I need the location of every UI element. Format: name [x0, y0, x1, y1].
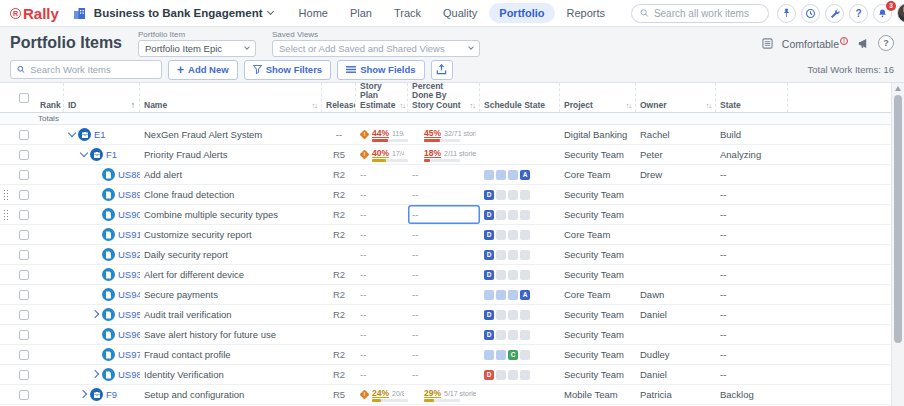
id-link[interactable]: US93 [118, 269, 140, 280]
bell-icon[interactable]: 3 [873, 4, 892, 23]
percent-done-plan-cell[interactable]: -- [356, 265, 408, 284]
avatar[interactable] [897, 3, 904, 23]
expander-icon[interactable] [80, 150, 89, 159]
project-cell[interactable]: Security Team [560, 265, 636, 284]
release-cell[interactable]: R5 [322, 145, 356, 164]
table-row-us93[interactable]: US93 Alert for different device R2 -- --… [0, 265, 904, 285]
percent-done-count-cell[interactable]: -- [408, 365, 480, 384]
column-header-schedule-state[interactable]: Schedule State [480, 83, 560, 112]
column-header-state[interactable]: State [716, 83, 788, 112]
schedule-state-cell[interactable]: D [480, 205, 560, 224]
percent-done-count-cell[interactable]: ! 45%32/71 stories c [408, 125, 480, 144]
project-cell[interactable]: Mobile Team [560, 385, 636, 404]
percent-done-count-cell[interactable]: -- [408, 165, 480, 184]
column-header-percent-done-by-story-count[interactable]: Percent Done By Story Count↑↓ [408, 83, 480, 112]
table-row-us92[interactable]: US92 Daily security report -- -- D Secur… [0, 245, 904, 265]
state-cell[interactable]: -- [716, 245, 788, 264]
table-row-us97[interactable]: US97 Fraud contact profile R2 -- -- C Se… [0, 345, 904, 365]
percent-done-plan-cell[interactable]: -- [356, 345, 408, 364]
release-cell[interactable]: R2 [322, 265, 356, 284]
percent-done-plan-cell[interactable]: -- [356, 205, 408, 224]
row-checkbox[interactable] [19, 270, 29, 280]
show-filters-button[interactable]: Show Filters [244, 60, 331, 80]
sort-icon[interactable]: ↑↓ [624, 102, 632, 110]
release-cell[interactable]: R2 [322, 205, 356, 224]
sort-icon[interactable]: ↑↓ [310, 102, 318, 110]
row-checkbox[interactable] [19, 290, 29, 300]
table-row-us91[interactable]: US91 Customize security report R2 -- -- … [0, 225, 904, 245]
percent-done-count-cell[interactable]: -- [408, 245, 480, 264]
state-cell[interactable]: -- [716, 305, 788, 324]
owner-cell[interactable]: Daniel [636, 365, 716, 384]
nav-tab-track[interactable]: Track [384, 3, 431, 23]
schedule-state-cell[interactable]: C [480, 345, 560, 364]
id-link[interactable]: US90 [118, 209, 140, 220]
percent-done-count-cell[interactable]: -- [408, 185, 480, 204]
project-cell[interactable]: Digital Banking [560, 125, 636, 144]
work-items-search-input[interactable] [30, 64, 155, 75]
id-link[interactable]: US92 [118, 249, 140, 260]
table-row-us89[interactable]: US89 Clone fraud detection R2 -- -- D Se… [0, 185, 904, 205]
percent-done-count-cell[interactable]: -- [408, 305, 480, 324]
id-link[interactable]: US94 [118, 289, 140, 300]
owner-cell[interactable] [636, 205, 716, 224]
schedule-state-cell[interactable]: D [480, 325, 560, 344]
percent-done-plan-cell[interactable]: -- [356, 285, 408, 304]
nav-tab-home[interactable]: Home [289, 3, 338, 23]
id-link[interactable]: US98 [118, 369, 140, 380]
row-checkbox[interactable] [19, 230, 29, 240]
help-icon[interactable]: ? [849, 4, 868, 23]
global-search-input[interactable] [654, 8, 760, 19]
state-cell[interactable]: -- [716, 325, 788, 344]
state-cell[interactable]: Analyzing [716, 145, 788, 164]
release-cell[interactable]: R2 [322, 365, 356, 384]
row-checkbox[interactable] [19, 330, 29, 340]
sort-icon[interactable]: ↑↓ [704, 102, 712, 110]
megaphone-icon[interactable] [857, 38, 869, 49]
project-cell[interactable]: Security Team [560, 145, 636, 164]
expander-icon[interactable] [92, 190, 101, 199]
percent-done-plan-cell[interactable]: -- [356, 365, 408, 384]
schedule-state-cell[interactable]: D [480, 245, 560, 264]
row-checkbox[interactable] [19, 310, 29, 320]
percent-done-plan-cell[interactable]: ! 24%20/82 p [356, 385, 408, 404]
nav-tab-portfolio[interactable]: Portfolio [489, 3, 554, 23]
table-row-us98[interactable]: US98 Identity Verification R2 -- -- D Se… [0, 365, 904, 385]
percent-done-plan-cell[interactable]: -- [356, 305, 408, 324]
history-icon[interactable] [801, 4, 820, 23]
percent-done-count-cell[interactable]: ! 18%2/11 stories co [408, 145, 480, 164]
percent-done-plan-cell[interactable]: -- [356, 185, 408, 204]
release-cell[interactable]: R5 [322, 385, 356, 404]
project-cell[interactable]: Core Team [560, 225, 636, 244]
project-cell[interactable]: Security Team [560, 365, 636, 384]
expander-icon[interactable] [80, 390, 89, 399]
release-cell[interactable] [322, 325, 356, 344]
project-cell[interactable]: Core Team [560, 285, 636, 304]
nav-tab-reports[interactable]: Reports [557, 3, 616, 23]
row-checkbox[interactable] [19, 210, 29, 220]
release-cell[interactable]: -- [322, 125, 356, 144]
release-cell[interactable] [322, 245, 356, 264]
column-header-release[interactable]: Release [322, 83, 356, 112]
project-cell[interactable]: Security Team [560, 305, 636, 324]
id-link[interactable]: US95 [118, 309, 140, 320]
column-header-percent-done-by-story-plan-estimate[interactable]: Percent Done By Story Plan Estimate↑↓ [356, 83, 408, 112]
scrollbar-thumb[interactable] [894, 95, 902, 343]
name-cell[interactable]: Alert for different device [140, 265, 322, 284]
sort-icon[interactable]: ↑ [129, 101, 135, 110]
expander-icon[interactable] [92, 350, 101, 359]
state-cell[interactable]: -- [716, 265, 788, 284]
schedule-state-cell[interactable]: A [480, 285, 560, 304]
table-row-us90[interactable]: US90 Combine multiple security types R2 … [0, 205, 904, 225]
schedule-state-cell[interactable]: D [480, 365, 560, 384]
schedule-state-cell[interactable] [480, 145, 560, 164]
id-link[interactable]: US96 [118, 329, 140, 340]
percent-done-plan-cell[interactable]: ! 44%119/26 [356, 125, 408, 144]
table-row-e1[interactable]: E1 NexGen Fraud Alert System -- ! 44%119… [0, 125, 904, 145]
drag-handle-icon[interactable] [3, 209, 9, 221]
state-cell[interactable]: -- [716, 165, 788, 184]
id-link[interactable]: F1 [106, 149, 117, 160]
id-link[interactable]: US88 [118, 169, 140, 180]
owner-cell[interactable]: Dudley [636, 345, 716, 364]
owner-cell[interactable] [636, 265, 716, 284]
